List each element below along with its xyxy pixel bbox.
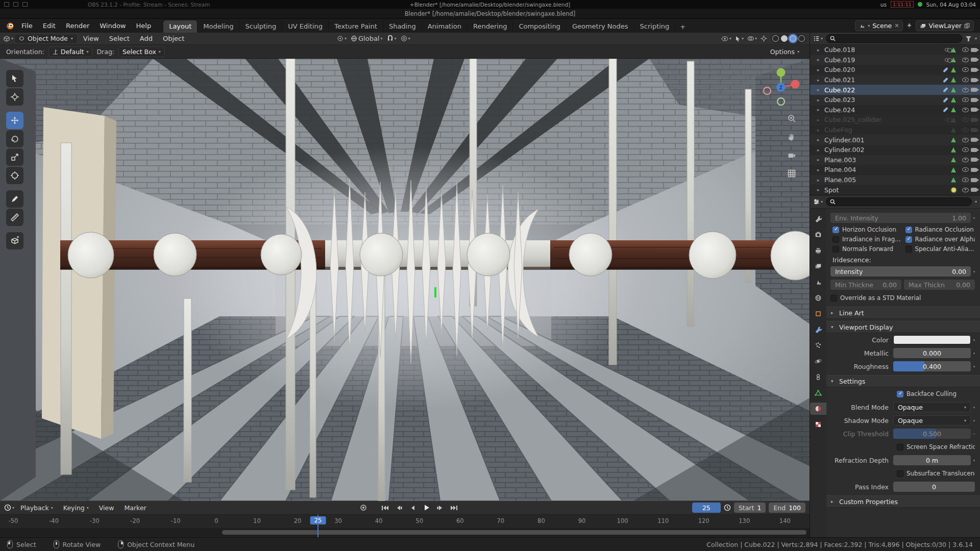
frame-end-field[interactable]: End100: [769, 503, 805, 513]
viewport-menu[interactable]: Object: [158, 34, 189, 43]
outliner-editor-type-button[interactable]: ▾: [813, 35, 823, 42]
rendered-shading-button[interactable]: [798, 35, 805, 42]
workspace-tab[interactable]: Animation: [422, 20, 468, 33]
expand-chevron-icon[interactable]: ▸: [817, 67, 822, 72]
expand-chevron-icon[interactable]: ▸: [817, 87, 822, 92]
editor-type-button[interactable]: ▾: [3, 35, 13, 42]
outliner-row[interactable]: ▸ Plane.003: [810, 155, 980, 165]
checkbox-icon[interactable]: [905, 246, 912, 253]
selectability-dropdown[interactable]: ▾: [735, 36, 744, 42]
current-frame-field[interactable]: 25: [692, 503, 721, 513]
visibility-eye-icon[interactable]: [962, 78, 969, 82]
outliner-row[interactable]: ▸ Cube.021: [810, 75, 980, 85]
tool-tab[interactable]: [811, 213, 825, 225]
line-art-section-header[interactable]: ▸ Line Art: [826, 307, 980, 319]
outliner-row[interactable]: ▸ Cube.023: [810, 95, 980, 105]
workspace-tab[interactable]: Modeling: [198, 20, 239, 33]
view-layer-selector[interactable]: ViewLayer: [916, 20, 974, 31]
expand-chevron-icon[interactable]: ▸: [817, 47, 822, 53]
play-button[interactable]: [420, 503, 432, 512]
render-visibility-icon[interactable]: [971, 148, 977, 152]
pin-icon[interactable]: [906, 22, 913, 29]
physics-tab[interactable]: [811, 355, 825, 367]
menubar-menu[interactable]: Edit: [38, 20, 61, 31]
visibility-eye-icon[interactable]: [962, 167, 969, 172]
transform-tool-button[interactable]: [6, 167, 23, 184]
drag-setting-dropdown[interactable]: Select Box ▾: [118, 46, 165, 57]
visibility-eye-icon[interactable]: [962, 158, 969, 162]
material-option-checkbox[interactable]: Specular Anti-Alia...: [905, 245, 975, 253]
render-visibility-icon[interactable]: [971, 188, 977, 192]
timeline-menu[interactable]: View▾: [95, 503, 118, 513]
outliner-search[interactable]: [826, 34, 962, 43]
render-visibility-icon[interactable]: [971, 78, 977, 82]
orientation-setting-dropdown[interactable]: Default ▾: [48, 46, 93, 57]
3d-viewport[interactable]: Z: [0, 59, 810, 501]
world-tab[interactable]: [811, 292, 825, 304]
workspace-tab[interactable]: Texture Paint: [329, 20, 383, 33]
visibility-eye-icon[interactable]: [962, 138, 969, 142]
pan-hand-icon[interactable]: [785, 130, 798, 143]
render-visibility-icon[interactable]: [971, 158, 977, 162]
frame-start-field[interactable]: Start1: [734, 503, 766, 513]
checkbox-icon[interactable]: [832, 236, 839, 243]
mode-dropdown[interactable]: Object Mode ▾: [14, 34, 78, 44]
render-visibility-icon[interactable]: [971, 98, 977, 102]
solid-shading-button[interactable]: [781, 35, 788, 42]
visibility-eye-icon[interactable]: [962, 58, 969, 62]
object-name[interactable]: Spot: [824, 186, 839, 194]
scene-tab[interactable]: [811, 276, 825, 288]
override-std-material-checkbox[interactable]: Override as a STD Material: [830, 294, 921, 302]
expand-chevron-icon[interactable]: ▸: [817, 78, 822, 83]
object-visibility-dropdown[interactable]: ▾: [721, 36, 731, 41]
snap-button[interactable]: ▾: [387, 35, 397, 42]
timeline-menu[interactable]: Marker▾: [120, 503, 151, 513]
material-option-checkbox[interactable]: Radiance over Alpha: [905, 236, 975, 243]
object-name[interactable]: Cube.018: [824, 46, 855, 54]
expand-chevron-icon[interactable]: ▸: [817, 107, 822, 112]
jump-to-start-button[interactable]: [379, 503, 391, 512]
chevron-down-icon[interactable]: ▾: [975, 199, 977, 204]
render-tab[interactable]: [811, 229, 825, 241]
visibility-eye-icon[interactable]: [962, 47, 969, 52]
settings-section-header[interactable]: ▾ Settings: [826, 375, 980, 387]
timeline-scrollbar[interactable]: [222, 530, 806, 535]
workspace-tab[interactable]: UV Editing: [282, 20, 329, 33]
axis-y-handle[interactable]: [777, 68, 786, 77]
menubar-menu[interactable]: File: [16, 20, 38, 31]
3d-scene[interactable]: [0, 59, 810, 501]
animate-dot-icon[interactable]: [973, 407, 975, 408]
viewport-menu[interactable]: View: [79, 34, 104, 43]
render-visibility-icon[interactable]: [971, 88, 977, 92]
object-name[interactable]: Cube.022: [824, 86, 855, 94]
clip-threshold-slider[interactable]: 0.500: [893, 429, 971, 439]
transform-orientation-dropdown[interactable]: Global ▾: [351, 35, 383, 42]
expand-chevron-icon[interactable]: ▸: [817, 137, 822, 142]
chevron-down-icon[interactable]: ▾: [975, 36, 977, 41]
proportional-editing-button[interactable]: ▾: [401, 35, 410, 42]
workspace-tab[interactable]: Geometry Nodes: [567, 20, 634, 33]
play-reverse-button[interactable]: [406, 503, 419, 512]
output-tab[interactable]: [811, 244, 825, 257]
workspace-tab[interactable]: Layout: [163, 20, 198, 33]
expand-chevron-icon[interactable]: ▸: [817, 117, 822, 122]
roughness-slider[interactable]: 0.400: [893, 361, 971, 371]
render-visibility-icon[interactable]: [971, 58, 977, 62]
iridescence-intensity-slider[interactable]: Intensity 0.00: [830, 266, 971, 277]
axis-y-neg-handle[interactable]: [777, 98, 785, 105]
object-name[interactable]: CubeFog: [824, 126, 852, 134]
particles-tab[interactable]: [811, 339, 825, 352]
visibility-eye-icon[interactable]: [962, 128, 969, 132]
object-name[interactable]: Cube.024: [824, 106, 855, 114]
render-visibility-icon[interactable]: [971, 128, 977, 132]
expand-chevron-icon[interactable]: ▸: [817, 57, 822, 62]
visibility-eye-icon[interactable]: [962, 67, 969, 72]
camera-view-icon[interactable]: [785, 148, 798, 162]
options-dropdown[interactable]: Options ▾: [770, 48, 803, 56]
expand-chevron-icon[interactable]: ▸: [817, 178, 822, 183]
workspace-icon[interactable]: [13, 2, 18, 7]
visibility-eye-icon[interactable]: [962, 178, 969, 182]
outliner-row[interactable]: ▸ Cube.024: [810, 105, 980, 115]
outliner-row[interactable]: ▸ Cylinder.002: [810, 145, 980, 155]
grid-toggle-icon[interactable]: [785, 167, 798, 180]
